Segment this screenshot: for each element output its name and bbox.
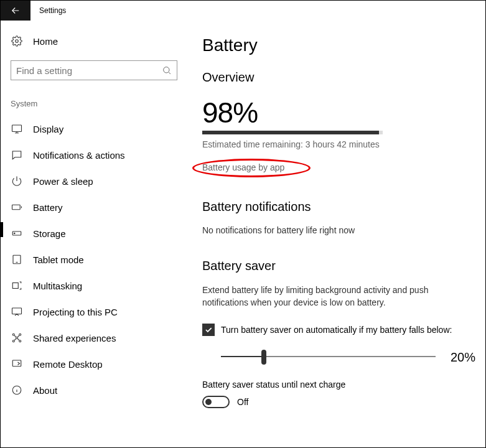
nav-label: Remote Desktop (33, 359, 103, 370)
threshold-slider[interactable] (221, 350, 436, 365)
time-remaining: Estimated time remaining: 3 hours 42 min… (202, 139, 475, 149)
saver-description: Extend battery life by limiting backgrou… (202, 284, 475, 309)
battery-icon (11, 202, 23, 213)
nav-label: Projecting to this PC (33, 307, 118, 317)
svg-point-12 (12, 340, 14, 342)
remote-icon (11, 358, 23, 370)
sidebar-item-notifications[interactable]: Notifications & actions (11, 142, 177, 168)
sidebar-item-remote[interactable]: Remote Desktop (11, 351, 177, 377)
tablet-icon (11, 254, 23, 265)
saver-toggle[interactable] (202, 396, 230, 408)
arrow-left-icon (10, 5, 21, 16)
svg-rect-7 (12, 283, 18, 289)
nav-label: About (33, 385, 57, 396)
sidebar-item-power[interactable]: Power & sleep (11, 168, 177, 194)
nav-label: Multitasking (33, 281, 82, 291)
multitasking-icon (11, 280, 23, 291)
auto-saver-label: Turn battery saver on automatically if m… (221, 325, 452, 335)
svg-point-10 (12, 334, 14, 335)
check-icon (204, 325, 213, 334)
sidebar-item-display[interactable]: Display (11, 116, 177, 142)
notifications-heading: Battery notifications (202, 200, 475, 214)
slider-fill (221, 356, 264, 357)
page-title: Battery (202, 35, 475, 55)
battery-percent: 98% (202, 96, 475, 129)
sidebar-item-tablet[interactable]: Tablet mode (11, 246, 177, 273)
shared-icon (11, 332, 23, 343)
back-button[interactable] (1, 1, 30, 21)
svg-point-11 (19, 334, 21, 335)
home-link[interactable]: Home (11, 32, 177, 50)
toggle-state: Off (237, 397, 248, 407)
nav-label: Display (33, 124, 63, 134)
about-icon (11, 385, 23, 396)
sidebar-item-shared[interactable]: Shared experiences (11, 325, 177, 351)
nav-label: Storage (33, 228, 66, 239)
notifications-text: No notifications for battery life right … (202, 225, 475, 235)
battery-progress (202, 131, 383, 134)
active-indicator (1, 222, 3, 237)
usage-by-app-link[interactable]: Battery usage by app (202, 162, 284, 172)
svg-rect-2 (12, 125, 22, 132)
battery-progress-fill (202, 131, 379, 134)
power-icon (11, 175, 23, 187)
svg-point-5 (14, 233, 16, 234)
search-input[interactable] (11, 60, 177, 80)
sidebar-item-about[interactable]: About (11, 377, 177, 403)
storage-icon (11, 228, 23, 239)
sidebar-item-battery[interactable]: Battery (11, 194, 177, 220)
search-field[interactable] (16, 65, 162, 76)
nav-label: Battery (33, 202, 63, 213)
overview-heading: Overview (202, 70, 475, 85)
nav-label: Shared experiences (33, 333, 116, 343)
auto-saver-checkbox[interactable] (202, 324, 215, 336)
svg-point-1 (164, 67, 169, 73)
section-header: System (11, 99, 177, 108)
gear-icon (11, 35, 23, 47)
display-icon (11, 123, 23, 134)
saver-heading: Battery saver (202, 259, 475, 273)
nav-label: Power & sleep (33, 176, 93, 187)
svg-point-9 (16, 337, 18, 339)
svg-point-0 (16, 40, 19, 43)
search-icon (162, 65, 172, 75)
nav-label: Tablet mode (33, 254, 84, 265)
notifications-icon (11, 149, 23, 161)
projecting-icon (11, 306, 23, 317)
sidebar-item-multitasking[interactable]: Multitasking (11, 273, 177, 299)
svg-point-13 (19, 340, 21, 342)
nav-label: Notifications & actions (33, 150, 125, 161)
svg-rect-8 (12, 308, 22, 314)
threshold-value: 20% (446, 350, 475, 365)
sidebar-item-projecting[interactable]: Projecting to this PC (11, 299, 177, 325)
slider-thumb[interactable] (261, 350, 266, 365)
home-label: Home (33, 36, 58, 47)
toggle-knob (205, 399, 212, 405)
window-title: Settings (39, 6, 66, 15)
svg-rect-3 (12, 205, 21, 210)
sidebar-item-storage[interactable]: Storage (11, 220, 177, 246)
saver-status-label: Battery saver status until next charge (202, 380, 475, 390)
